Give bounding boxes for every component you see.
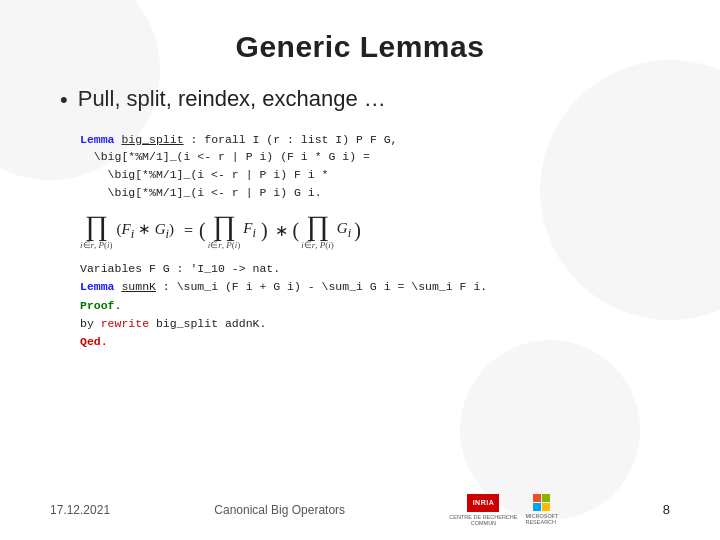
bullet-section: • Pull, split, reindex, exchange … <box>50 86 670 115</box>
keyword-proof: Proof. <box>80 299 121 312</box>
footer: 17.12.2021 Canonical Big Operators INRIA… <box>0 494 720 526</box>
prod-left-group: ∏ i∈r, P(i) <box>80 212 113 250</box>
open-paren-1: ( <box>199 219 206 242</box>
prod-middle-group: ∏ i∈r, P(i) <box>208 212 241 250</box>
footer-logos: INRIA CENTRE DE RECHERCHECOMMUN MICROSOF… <box>449 494 558 526</box>
slide-title: Generic Lemmas <box>50 30 670 64</box>
open-paren-2: ( <box>293 219 300 242</box>
math-star: ∗ <box>275 221 288 240</box>
code-line-2: \big[*%M/1]_(i <- r | P i) (F i * G i) = <box>80 148 670 166</box>
footer-center-text: Canonical Big Operators <box>214 503 345 517</box>
math-equals: = <box>184 222 193 240</box>
variables-block: Variables F G : 'I_10 -> nat. Lemma sumn… <box>80 260 670 352</box>
lemma-name: big_split <box>121 133 183 146</box>
var-line-1: Variables F G : 'I_10 -> nat. <box>80 260 670 278</box>
footer-date: 17.12.2021 <box>50 503 110 517</box>
prod-sub-3: i∈r, P(i) <box>301 240 334 250</box>
ms-grid <box>533 494 550 511</box>
prod-sub-2: i∈r, P(i) <box>208 240 241 250</box>
code-line-4: \big[*%M/1]_(i <- r | P i) G i. <box>80 184 670 202</box>
prod-symbol-2: ∏ <box>212 212 235 240</box>
code-line-1: Lemma big_split : forall I (r : list I) … <box>80 131 670 149</box>
close-paren-2: ) <box>354 219 361 242</box>
slide-container: Generic Lemmas • Pull, split, reindex, e… <box>0 0 720 540</box>
var-line-2: Lemma sumnK : \sum_i (F i + G i) - \sum_… <box>80 278 670 296</box>
prod-sub-1: i∈r, P(i) <box>80 240 113 250</box>
math-expression: ∏ i∈r, P(i) (Fi ∗ Gi) = ( ∏ i∈r, P(i) Fi… <box>80 212 361 250</box>
var-line-3: Proof. <box>80 297 670 315</box>
prod-symbol-1: ∏ <box>85 212 108 240</box>
bullet-item: • Pull, split, reindex, exchange … <box>60 86 670 115</box>
math-equation: ∏ i∈r, P(i) (Fi ∗ Gi) = ( ∏ i∈r, P(i) Fi… <box>80 212 670 250</box>
keyword-lemma: Lemma <box>80 133 115 146</box>
ms-sq-yellow <box>542 503 550 511</box>
code-block-lemma: Lemma big_split : forall I (r : list I) … <box>80 131 670 202</box>
keyword-lemma-2: Lemma <box>80 280 115 293</box>
var-line-5: Qed. <box>80 333 670 351</box>
ms-sq-blue <box>533 503 541 511</box>
inria-subtitle: CENTRE DE RECHERCHECOMMUN <box>449 514 517 526</box>
math-fi-gi: (Fi ∗ Gi) <box>117 220 174 242</box>
ms-sq-red <box>533 494 541 502</box>
var-line-4: by rewrite big_split addnK. <box>80 315 670 333</box>
code-line-3: \big[*%M/1]_(i <- r | P i) F i * <box>80 166 670 184</box>
inria-box: INRIA <box>467 494 499 512</box>
prod-right-group: ∏ i∈r, P(i) <box>301 212 334 250</box>
bullet-text: Pull, split, reindex, exchange … <box>78 86 386 112</box>
bullet-dot: • <box>60 86 68 115</box>
ms-text: MICROSOFTRESEARCH <box>525 513 558 526</box>
math-fi: Fi <box>243 220 256 241</box>
math-gi: Gi <box>337 220 351 241</box>
rewrite-keyword: rewrite <box>101 317 149 330</box>
qed-keyword: Qed. <box>80 335 108 348</box>
inria-logo: INRIA CENTRE DE RECHERCHECOMMUN <box>449 494 517 526</box>
lemma-sumn: sumnK <box>121 280 156 293</box>
ms-sq-green <box>542 494 550 502</box>
microsoft-logo: MICROSOFTRESEARCH <box>525 494 558 526</box>
footer-page: 8 <box>663 502 670 517</box>
prod-symbol-3: ∏ <box>306 212 329 240</box>
close-paren-1: ) <box>261 219 268 242</box>
